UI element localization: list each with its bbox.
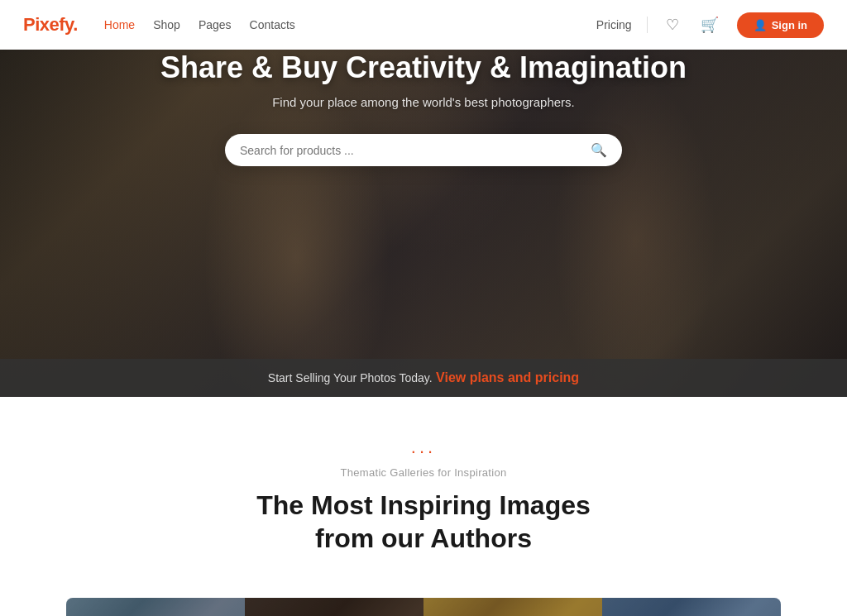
view-plans-link[interactable]: View plans and pricing (436, 370, 579, 384)
hero-subtitle: Find your place among the world's best p… (33, 95, 814, 109)
search-icon: 🔍 (591, 142, 607, 158)
gallery-item-family[interactable]: Family (66, 598, 245, 616)
heart-icon: ♡ (666, 16, 679, 34)
gallery-item-fashion[interactable]: Fashion (245, 598, 424, 616)
nav-link-shop[interactable]: Shop (153, 18, 180, 31)
nav-item-shop[interactable]: Shop (153, 17, 180, 32)
signin-label: Sign in (772, 19, 807, 31)
main-nav: Home Shop Pages Contacts (104, 17, 295, 32)
gallery-grid: Family Fashion Nature Travel (0, 598, 847, 616)
header-left: Pixefy. Home Shop Pages Contacts (23, 14, 295, 36)
logo-text: Pixefy (23, 14, 73, 35)
header-divider (647, 17, 648, 33)
signin-button[interactable]: 👤 Sign in (737, 12, 824, 38)
gallery-overlay-travel: Travel (602, 598, 781, 616)
section-label: Thematic Galleries for Inspiration (66, 466, 781, 479)
section-title: The Most Inspiring Images from our Autho… (66, 489, 781, 555)
section-dots: ... (66, 437, 781, 458)
nav-item-home[interactable]: Home (104, 17, 135, 32)
nav-link-pages[interactable]: Pages (199, 18, 232, 31)
logo-dot: . (73, 14, 78, 35)
gallery-item-travel[interactable]: Travel (602, 598, 781, 616)
gallery-item-nature[interactable]: Nature (424, 598, 602, 616)
gallery-overlay-fashion: Fashion (245, 598, 424, 616)
nav-item-pages[interactable]: Pages (199, 17, 232, 32)
nav-link-home[interactable]: Home (104, 18, 135, 31)
nav-item-contacts[interactable]: Contacts (250, 17, 295, 32)
wishlist-button[interactable]: ♡ (663, 12, 682, 37)
nav-link-contacts[interactable]: Contacts (250, 18, 295, 31)
hero-section: Share & Buy Creativity & Imagination Fin… (0, 50, 847, 397)
search-input[interactable] (240, 144, 591, 157)
gallery-overlay-family: Family (66, 598, 245, 616)
hero-title: Share & Buy Creativity & Imagination (33, 50, 814, 85)
hero-content: Share & Buy Creativity & Imagination Fin… (0, 50, 847, 166)
header-right: Pricing ♡ 🛒 👤 Sign in (596, 12, 824, 38)
cart-button[interactable]: 🛒 (697, 12, 722, 37)
inspiration-section: ... Thematic Galleries for Inspiration T… (0, 397, 847, 598)
logo: Pixefy. (23, 14, 78, 36)
cart-icon: 🛒 (701, 16, 719, 34)
user-icon: 👤 (754, 19, 767, 31)
search-bar: 🔍 (225, 134, 622, 166)
hero-bottom-text: Start Selling Your Photos Today. (268, 371, 433, 384)
hero-bottom-banner: Start Selling Your Photos Today. View pl… (0, 359, 847, 397)
gallery-overlay-nature: Nature (424, 598, 602, 616)
pricing-link[interactable]: Pricing (596, 18, 632, 31)
header: Pixefy. Home Shop Pages Contacts Pricing (0, 0, 847, 50)
